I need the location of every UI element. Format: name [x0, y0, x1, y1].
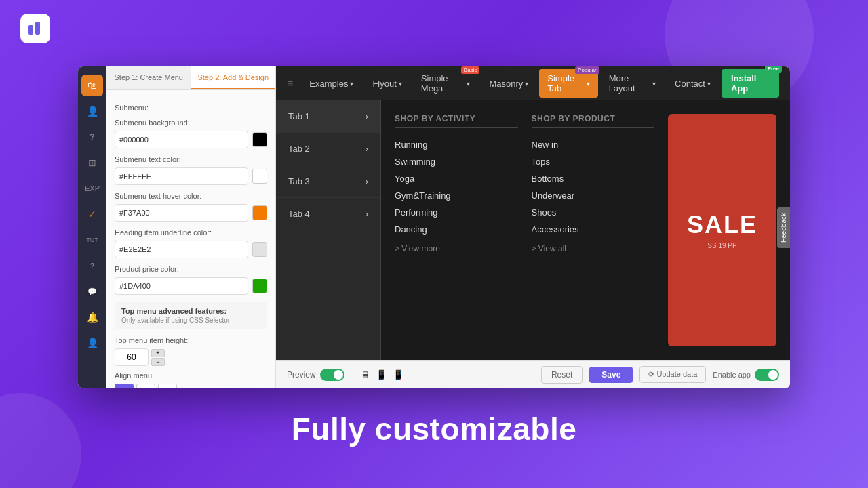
align-right-button[interactable]: ≡: [158, 384, 177, 388]
sidebar-icon-profile[interactable]: 👤: [81, 100, 103, 122]
nav-examples-label: Examples: [309, 79, 348, 89]
text-color-swatch[interactable]: [252, 169, 267, 184]
underline-color-swatch[interactable]: [252, 242, 267, 257]
content-cols: Shop by activity Running Swimming Yoga G…: [381, 100, 790, 360]
sidebar-icon-store[interactable]: 🛍: [81, 75, 103, 96]
sidebar-icon-check[interactable]: ✓: [81, 203, 103, 225]
mobile-icon[interactable]: 📱: [393, 369, 404, 380]
reset-button[interactable]: Reset: [541, 366, 583, 384]
nav-install-badge: Free: [765, 66, 782, 73]
nav-simple-mega-badge: Basic: [461, 66, 480, 74]
enable-app-section: Enable app: [713, 369, 779, 381]
dropdown-tab-2[interactable]: Tab 2 ›: [276, 133, 380, 165]
activity-performing[interactable]: Performing: [395, 204, 518, 221]
save-button[interactable]: Save: [589, 367, 633, 383]
align-row: ≡ ⊟ ≡: [115, 384, 267, 388]
price-color-row: [115, 277, 267, 295]
nav-more-layout[interactable]: More Layout ▾: [601, 69, 664, 98]
bg-color-input[interactable]: [115, 131, 248, 148]
activity-running[interactable]: Running: [395, 136, 518, 153]
hover-color-swatch[interactable]: [252, 205, 267, 220]
sidebar-icon-bell[interactable]: 🔔: [81, 306, 103, 328]
dropdown-tab-4-label: Tab 4: [288, 209, 310, 219]
right-area: ≡ Examples ▾ Flyout ▾ Basic Simple Mega …: [276, 66, 790, 388]
underline-color-label: Heading item underline color:: [115, 228, 267, 237]
nav-simple-tab-label: Simple Tab: [547, 73, 584, 94]
advanced-title: Top menu advanced features:: [121, 307, 260, 315]
dropdown-tab-3-chevron: ›: [366, 176, 368, 186]
activity-gym[interactable]: Gym&Training: [395, 187, 518, 204]
underline-color-row: [115, 241, 267, 258]
height-decrement[interactable]: −: [151, 358, 165, 366]
dropdown-tab-1-chevron: ›: [366, 111, 368, 121]
product-shoes[interactable]: Shoes: [532, 204, 655, 221]
product-bottoms[interactable]: Bottoms: [532, 170, 655, 187]
nav-masonry-chevron: ▾: [525, 80, 528, 87]
submenu-label: Submenu:: [115, 104, 267, 112]
nav-flyout-label: Flyout: [372, 79, 396, 89]
nav-simple-mega[interactable]: Basic Simple Mega ▾: [413, 69, 479, 98]
nav-simple-mega-label: Simple Mega: [421, 73, 465, 94]
activity-swimming[interactable]: Swimming: [395, 153, 518, 170]
product-underwear[interactable]: Underwear: [532, 187, 655, 204]
sidebar-icon-grid[interactable]: ⊞: [81, 152, 103, 174]
text-color-input[interactable]: [115, 167, 248, 185]
dropdown-area: Tab 1 › Tab 2 › Tab 3 › Tab 4 ›: [276, 100, 790, 360]
activity-dancing[interactable]: Dancing: [395, 221, 518, 238]
update-button[interactable]: ⟳ Update data: [639, 366, 706, 383]
dropdown-tab-4-chevron: ›: [366, 209, 368, 219]
nav-contact[interactable]: Contact ▾: [667, 75, 719, 93]
height-input[interactable]: [115, 348, 149, 366]
tab-list: Tab 1 › Tab 2 › Tab 3 › Tab 4 ›: [276, 100, 381, 360]
align-left-button[interactable]: ≡: [115, 384, 134, 388]
nav-masonry[interactable]: Masonry ▾: [481, 75, 536, 93]
sale-subtext: SS 19 PP: [707, 242, 736, 249]
dropdown-tab-4[interactable]: Tab 4 ›: [276, 198, 380, 230]
price-color-input[interactable]: [115, 277, 248, 295]
sidebar-icon-account[interactable]: 👤: [81, 332, 103, 354]
activity-view-more[interactable]: > View more: [395, 241, 518, 257]
preview-label: Preview: [287, 370, 316, 380]
desktop-icon[interactable]: 🖥: [361, 369, 370, 380]
nav-examples[interactable]: Examples ▾: [301, 75, 361, 93]
preview-toggle[interactable]: [320, 369, 344, 381]
price-color-swatch[interactable]: [252, 279, 267, 293]
sidebar-icon-help[interactable]: ?: [81, 126, 103, 148]
product-new-in[interactable]: New in: [532, 136, 655, 153]
bg-color-swatch[interactable]: [252, 132, 267, 147]
dropdown-tab-1[interactable]: Tab 1 ›: [276, 100, 380, 133]
text-color-label: Submenu text color:: [115, 155, 267, 163]
sidebar-icon-instruction[interactable]: ?: [81, 255, 103, 277]
hamburger-icon[interactable]: ≡: [287, 77, 293, 89]
hover-color-input[interactable]: [115, 204, 248, 222]
enable-app-toggle[interactable]: [755, 369, 779, 381]
align-center-button[interactable]: ⊟: [136, 384, 155, 388]
sale-banner: SALE SS 19 PP: [668, 114, 776, 346]
tablet-icon[interactable]: 📱: [376, 369, 387, 380]
underline-color-input[interactable]: [115, 241, 248, 258]
nav-install-app[interactable]: Free Install App: [722, 69, 779, 98]
feedback-tab[interactable]: Feedback: [777, 207, 790, 248]
advanced-desc: Only available if using CSS Selector: [121, 317, 260, 324]
price-color-label: Product price color:: [115, 265, 267, 273]
product-view-all[interactable]: > View all: [532, 241, 655, 257]
tab-create-menu[interactable]: Step 1: Create Menu: [106, 66, 191, 89]
product-tops[interactable]: Tops: [532, 153, 655, 170]
hover-color-label: Submenu text hover color:: [115, 192, 267, 200]
tab-add-design[interactable]: Step 2: Add & Design: [191, 66, 276, 89]
nav-contact-label: Contact: [675, 79, 705, 89]
height-increment[interactable]: +: [151, 349, 165, 357]
dropdown-tab-3[interactable]: Tab 3 ›: [276, 165, 380, 198]
nav-simple-tab[interactable]: Popular Simple Tab ▾: [539, 69, 597, 98]
sidebar-icon-explore[interactable]: EXP: [81, 178, 103, 199]
height-row: + −: [115, 348, 267, 366]
activity-yoga[interactable]: Yoga: [395, 170, 518, 187]
sidebar-icon-support[interactable]: 💬: [81, 281, 103, 302]
bottom-bar: Preview 🖥 📱 📱 Reset Save ⟳ Update data E…: [276, 360, 790, 388]
nav-flyout[interactable]: Flyout ▾: [364, 75, 410, 93]
sale-text: SALE: [687, 211, 757, 239]
advanced-section: Top menu advanced features: Only availab…: [115, 302, 267, 329]
sidebar-icon-tutorial[interactable]: TUT: [81, 229, 103, 251]
activity-heading: Shop by activity: [395, 114, 518, 128]
product-accessories[interactable]: Accessories: [532, 221, 655, 238]
